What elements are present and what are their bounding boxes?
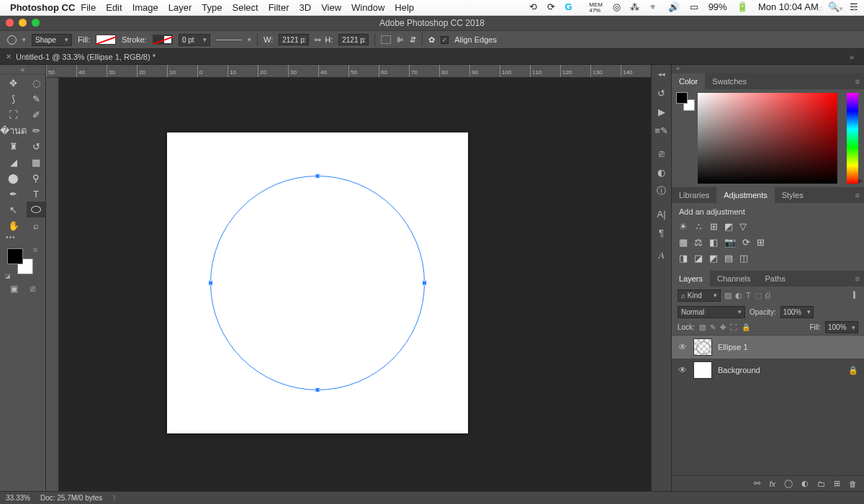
lasso-tool[interactable]: ⟆ (0, 91, 27, 107)
blend-mode-select[interactable]: Normal▾ (678, 306, 745, 318)
eraser-tool[interactable]: ◢ (0, 154, 27, 170)
channelmixer-icon[interactable]: ⟳ (742, 237, 750, 248)
close-window-icon[interactable] (6, 19, 14, 27)
delete-layer-icon[interactable]: 🗑 (849, 480, 857, 488)
lock-pixels-icon[interactable]: ✎ (710, 323, 716, 331)
layer-name[interactable]: Background (718, 366, 760, 374)
ruler-vertical[interactable] (46, 78, 59, 491)
paragraph-panel-icon[interactable]: ¶ (652, 223, 671, 242)
menu-file[interactable]: File (81, 2, 96, 13)
width-field[interactable] (279, 34, 309, 45)
fill-swatch[interactable] (96, 35, 116, 45)
screen-mode-tool-icon[interactable]: ⎚ (30, 284, 35, 294)
gradient-tool[interactable]: ▦ (27, 154, 45, 170)
share-icon[interactable]: ⇪ (850, 2, 858, 13)
eyedropper-tool[interactable]: ✐ (27, 107, 45, 122)
swap-colors-icon[interactable]: ⤭ (32, 246, 38, 253)
filter-shape-icon[interactable]: ⬚ (755, 291, 762, 300)
tool-preset-drop[interactable]: ▾ (22, 36, 26, 43)
crop-tool[interactable]: ⛶ (0, 107, 27, 122)
lock-artboard-icon[interactable]: ⛶ (730, 323, 737, 331)
ellipse-shape[interactable] (210, 176, 425, 390)
anchor-top[interactable] (315, 174, 320, 179)
tab-libraries[interactable]: Libraries (672, 187, 716, 203)
color-panel-menu-icon[interactable]: ≡ (851, 73, 864, 89)
zoom-window-icon[interactable] (32, 19, 40, 27)
tab-styles[interactable]: Styles (775, 187, 811, 203)
vibrance-icon[interactable]: ▽ (739, 221, 747, 232)
clock[interactable]: Mon 10:04 AM (758, 1, 819, 12)
display-icon[interactable]: ▭ (690, 1, 698, 12)
sync-icon[interactable]: ⟳ (547, 1, 555, 12)
hue-slider[interactable] (847, 93, 858, 184)
stroke-swatch[interactable] (153, 35, 173, 45)
canvas-area[interactable] (59, 78, 671, 491)
exposure-icon[interactable]: ◩ (724, 221, 733, 232)
stamp-tool[interactable]: ♜ (0, 138, 27, 154)
adj-panel-menu-icon[interactable]: ≡ (851, 187, 864, 203)
gear-icon[interactable]: ✿ (428, 35, 435, 45)
color-field[interactable] (698, 93, 837, 184)
blur-tool[interactable]: ⬤ (0, 170, 27, 186)
doc-size[interactable]: Doc: 25.7M/0 bytes (40, 494, 102, 502)
menu-view[interactable]: View (321, 2, 341, 13)
volume-icon[interactable]: 🔊 (668, 1, 680, 12)
anchor-bottom[interactable] (315, 387, 320, 392)
path-select-tool[interactable]: ↖ (0, 202, 27, 217)
close-tab-icon[interactable]: ✕ (6, 53, 12, 60)
link-dimensions-icon[interactable]: ⚯ (315, 36, 319, 44)
levels-icon[interactable]: ⛬ (694, 221, 703, 232)
mask-icon[interactable]: ◯ (784, 479, 793, 488)
canvas[interactable] (167, 132, 468, 433)
anchor-right[interactable] (422, 281, 427, 286)
dodge-tool[interactable]: ⚲ (27, 170, 45, 186)
layer-thumb[interactable] (693, 361, 712, 379)
adjust-panel-icon[interactable]: ◐ (652, 163, 671, 181)
menu-window[interactable]: Window (351, 2, 384, 13)
status-menu-icon[interactable]: 〉 (112, 493, 120, 503)
brush-panel-icon[interactable]: ≡✎ (652, 121, 671, 140)
minimize-window-icon[interactable] (19, 19, 27, 27)
hand-tool[interactable]: ✋ (0, 217, 27, 233)
layer-thumb[interactable] (693, 338, 712, 356)
history-panel-icon[interactable]: ↺ (652, 84, 671, 102)
tool-preset-icon[interactable] (7, 35, 17, 45)
opacity-select[interactable]: 100%▾ (780, 306, 814, 318)
photofilter-icon[interactable]: 📷 (724, 237, 736, 248)
character-panel-icon[interactable]: A| (652, 204, 671, 223)
filter-kind-select[interactable]: ⌕ Kind▾ (678, 289, 721, 302)
lock-all-icon[interactable]: 🔒 (742, 323, 750, 331)
panel-expand-icon[interactable]: » (845, 53, 858, 61)
menu-filter[interactable]: Filter (269, 2, 289, 13)
filter-type-icon[interactable]: T (746, 291, 751, 300)
stroke-style-drop[interactable]: ▾ (248, 36, 251, 43)
link-layers-icon[interactable]: ⚯ (754, 479, 760, 488)
tab-adjustments[interactable]: Adjustments (716, 187, 775, 203)
lock-pos-icon[interactable]: ✥ (720, 323, 726, 331)
quick-mask-icon[interactable]: ▣ (10, 284, 18, 294)
record-icon[interactable]: ◎ (613, 1, 621, 12)
brush-tool[interactable]: ✏ (27, 122, 45, 138)
filter-pixel-icon[interactable]: ▨ (724, 291, 732, 300)
app-name[interactable]: Photoshop CC (10, 2, 75, 13)
gradientmap-icon[interactable]: ▤ (724, 253, 733, 264)
threshold-icon[interactable]: ◩ (709, 253, 718, 264)
colorlookup-icon[interactable]: ⊞ (757, 237, 765, 248)
glyphs-panel-icon[interactable]: A (652, 246, 671, 265)
fill-select[interactable]: 100%▾ (825, 321, 858, 333)
pen-tool[interactable]: ✒ (0, 186, 27, 202)
search-icon[interactable]: ⌕ (818, 2, 824, 13)
visibility-icon[interactable]: 👁 (678, 365, 688, 375)
filter-adj-icon[interactable]: ◐ (735, 291, 742, 300)
align-edges-checkbox[interactable]: ✓ (441, 36, 449, 44)
align-icon[interactable]: ⊫ (397, 35, 404, 45)
tab-channels[interactable]: Channels (710, 271, 757, 287)
logitech-icon[interactable]: G (564, 1, 572, 12)
toolbox-collapse-icon[interactable]: « (0, 65, 45, 75)
panels-collapse-icon[interactable]: « (672, 65, 864, 73)
stroke-width-select[interactable]: 0 pt▾ (179, 34, 210, 46)
hue-icon[interactable]: ▦ (679, 237, 688, 248)
screenmode-icon[interactable]: ▭▾ (831, 2, 843, 13)
collapse-right-icon[interactable]: ◂◂ (652, 65, 671, 84)
menu-help[interactable]: Help (395, 2, 414, 13)
